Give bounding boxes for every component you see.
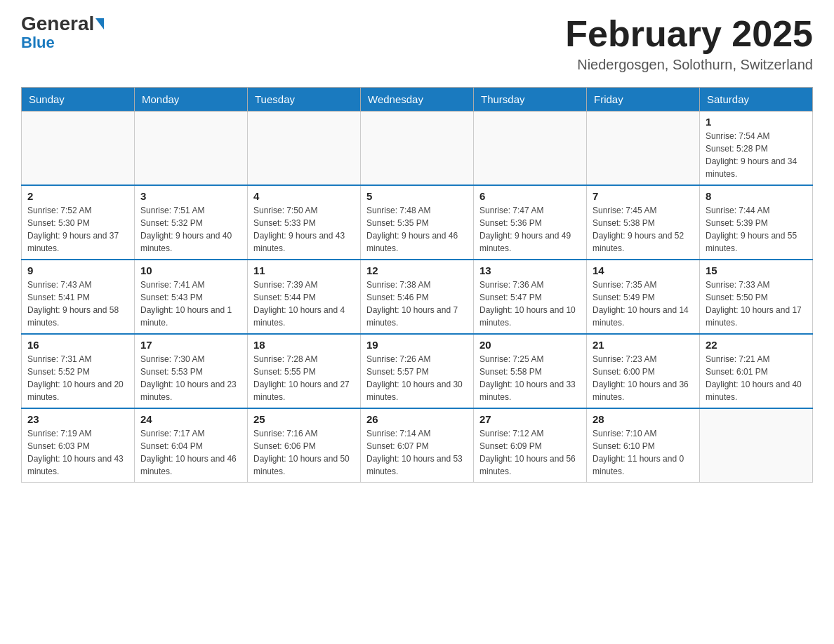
day-number: 11 (253, 264, 355, 276)
logo-blue-label: Blue (21, 34, 55, 51)
day-number: 3 (140, 190, 241, 202)
calendar-day-cell: 15Sunrise: 7:33 AMSunset: 5:50 PMDayligh… (700, 260, 813, 334)
calendar-day-cell: 5Sunrise: 7:48 AMSunset: 5:35 PMDaylight… (361, 185, 474, 260)
day-number: 13 (479, 264, 581, 276)
day-info: Sunrise: 7:45 AMSunset: 5:38 PMDaylight:… (593, 204, 694, 255)
day-info: Sunrise: 7:50 AMSunset: 5:33 PMDaylight:… (253, 204, 355, 255)
day-info: Sunrise: 7:21 AMSunset: 6:01 PMDaylight:… (706, 353, 807, 403)
day-info: Sunrise: 7:28 AMSunset: 5:55 PMDaylight:… (253, 353, 355, 403)
day-number: 8 (706, 190, 807, 202)
calendar-day-cell: 18Sunrise: 7:28 AMSunset: 5:55 PMDayligh… (248, 334, 361, 408)
calendar-day-cell (474, 112, 587, 186)
calendar-week-row: 1Sunrise: 7:54 AMSunset: 5:28 PMDaylight… (22, 112, 813, 186)
calendar-day-cell: 20Sunrise: 7:25 AMSunset: 5:58 PMDayligh… (474, 334, 587, 408)
day-number: 5 (366, 190, 468, 202)
logo-top-line: General (21, 14, 104, 34)
calendar-day-cell: 7Sunrise: 7:45 AMSunset: 5:38 PMDaylight… (587, 185, 700, 260)
day-info: Sunrise: 7:44 AMSunset: 5:39 PMDaylight:… (706, 204, 807, 255)
calendar-day-cell: 27Sunrise: 7:12 AMSunset: 6:09 PMDayligh… (474, 408, 587, 483)
calendar-week-row: 16Sunrise: 7:31 AMSunset: 5:52 PMDayligh… (22, 334, 813, 408)
day-number: 25 (253, 413, 355, 425)
day-number: 28 (593, 413, 694, 425)
calendar-day-cell (361, 112, 474, 186)
calendar-week-row: 9Sunrise: 7:43 AMSunset: 5:41 PMDaylight… (22, 260, 813, 334)
logo-general-text: General (21, 14, 94, 34)
day-number: 10 (140, 264, 241, 276)
location-subtitle: Niedergosgen, Solothurn, Switzerland (565, 57, 813, 73)
day-info: Sunrise: 7:10 AMSunset: 6:10 PMDaylight:… (593, 427, 694, 478)
calendar-header-row: SundayMondayTuesdayWednesdayThursdayFrid… (22, 88, 813, 112)
day-number: 22 (706, 339, 807, 351)
calendar-header-tuesday: Tuesday (248, 88, 361, 112)
day-info: Sunrise: 7:33 AMSunset: 5:50 PMDaylight:… (706, 279, 807, 329)
calendar-day-cell (135, 112, 248, 186)
day-info: Sunrise: 7:12 AMSunset: 6:09 PMDaylight:… (479, 427, 581, 478)
calendar-day-cell (248, 112, 361, 186)
calendar-day-cell: 6Sunrise: 7:47 AMSunset: 5:36 PMDaylight… (474, 185, 587, 260)
calendar-header-wednesday: Wednesday (361, 88, 474, 112)
day-info: Sunrise: 7:43 AMSunset: 5:41 PMDaylight:… (27, 279, 128, 329)
day-number: 9 (27, 264, 128, 276)
day-info: Sunrise: 7:31 AMSunset: 5:52 PMDaylight:… (27, 353, 128, 403)
calendar-header-sunday: Sunday (22, 88, 135, 112)
calendar-header-thursday: Thursday (474, 88, 587, 112)
day-info: Sunrise: 7:14 AMSunset: 6:07 PMDaylight:… (366, 427, 468, 478)
day-number: 19 (366, 339, 468, 351)
day-number: 26 (366, 413, 468, 425)
calendar-day-cell: 28Sunrise: 7:10 AMSunset: 6:10 PMDayligh… (587, 408, 700, 483)
day-number: 6 (479, 190, 581, 202)
calendar-day-cell: 9Sunrise: 7:43 AMSunset: 5:41 PMDaylight… (22, 260, 135, 334)
page-header: General Blue February 2025 Niedergosgen,… (21, 14, 813, 73)
day-info: Sunrise: 7:51 AMSunset: 5:32 PMDaylight:… (140, 204, 241, 255)
day-info: Sunrise: 7:48 AMSunset: 5:35 PMDaylight:… (366, 204, 468, 255)
calendar-day-cell: 10Sunrise: 7:41 AMSunset: 5:43 PMDayligh… (135, 260, 248, 334)
day-info: Sunrise: 7:47 AMSunset: 5:36 PMDaylight:… (479, 204, 581, 255)
calendar-header-saturday: Saturday (700, 88, 813, 112)
calendar-day-cell (22, 112, 135, 186)
day-number: 24 (140, 413, 241, 425)
day-info: Sunrise: 7:17 AMSunset: 6:04 PMDaylight:… (140, 427, 241, 478)
calendar-day-cell: 3Sunrise: 7:51 AMSunset: 5:32 PMDaylight… (135, 185, 248, 260)
logo: General Blue (21, 14, 104, 52)
day-info: Sunrise: 7:38 AMSunset: 5:46 PMDaylight:… (366, 279, 468, 329)
day-info: Sunrise: 7:54 AMSunset: 5:28 PMDaylight:… (706, 130, 807, 180)
title-area: February 2025 Niedergosgen, Solothurn, S… (565, 14, 813, 73)
calendar-day-cell (587, 112, 700, 186)
day-info: Sunrise: 7:26 AMSunset: 5:57 PMDaylight:… (366, 353, 468, 403)
calendar-day-cell: 26Sunrise: 7:14 AMSunset: 6:07 PMDayligh… (361, 408, 474, 483)
calendar-header-friday: Friday (587, 88, 700, 112)
calendar-day-cell: 11Sunrise: 7:39 AMSunset: 5:44 PMDayligh… (248, 260, 361, 334)
calendar-day-cell: 19Sunrise: 7:26 AMSunset: 5:57 PMDayligh… (361, 334, 474, 408)
calendar-week-row: 2Sunrise: 7:52 AMSunset: 5:30 PMDaylight… (22, 185, 813, 260)
day-info: Sunrise: 7:39 AMSunset: 5:44 PMDaylight:… (253, 279, 355, 329)
logo-triangle-icon (95, 18, 104, 29)
day-info: Sunrise: 7:25 AMSunset: 5:58 PMDaylight:… (479, 353, 581, 403)
calendar-day-cell: 16Sunrise: 7:31 AMSunset: 5:52 PMDayligh… (22, 334, 135, 408)
calendar-week-row: 23Sunrise: 7:19 AMSunset: 6:03 PMDayligh… (22, 408, 813, 483)
day-number: 1 (706, 116, 807, 128)
day-number: 23 (27, 413, 128, 425)
day-number: 14 (593, 264, 694, 276)
day-number: 7 (593, 190, 694, 202)
calendar-day-cell: 23Sunrise: 7:19 AMSunset: 6:03 PMDayligh… (22, 408, 135, 483)
day-number: 2 (27, 190, 128, 202)
day-number: 16 (27, 339, 128, 351)
calendar-day-cell: 24Sunrise: 7:17 AMSunset: 6:04 PMDayligh… (135, 408, 248, 483)
day-info: Sunrise: 7:36 AMSunset: 5:47 PMDaylight:… (479, 279, 581, 329)
calendar-day-cell (700, 408, 813, 483)
day-info: Sunrise: 7:23 AMSunset: 6:00 PMDaylight:… (593, 353, 694, 403)
calendar-day-cell: 21Sunrise: 7:23 AMSunset: 6:00 PMDayligh… (587, 334, 700, 408)
day-number: 17 (140, 339, 241, 351)
day-info: Sunrise: 7:19 AMSunset: 6:03 PMDaylight:… (27, 427, 128, 478)
day-info: Sunrise: 7:30 AMSunset: 5:53 PMDaylight:… (140, 353, 241, 403)
day-number: 12 (366, 264, 468, 276)
calendar-day-cell: 4Sunrise: 7:50 AMSunset: 5:33 PMDaylight… (248, 185, 361, 260)
day-number: 18 (253, 339, 355, 351)
calendar-table: SundayMondayTuesdayWednesdayThursdayFrid… (21, 87, 813, 483)
calendar-day-cell: 25Sunrise: 7:16 AMSunset: 6:06 PMDayligh… (248, 408, 361, 483)
calendar-day-cell: 14Sunrise: 7:35 AMSunset: 5:49 PMDayligh… (587, 260, 700, 334)
calendar-day-cell: 13Sunrise: 7:36 AMSunset: 5:47 PMDayligh… (474, 260, 587, 334)
day-info: Sunrise: 7:41 AMSunset: 5:43 PMDaylight:… (140, 279, 241, 329)
calendar-header-monday: Monday (135, 88, 248, 112)
logo-blue-text: Blue (21, 34, 55, 52)
